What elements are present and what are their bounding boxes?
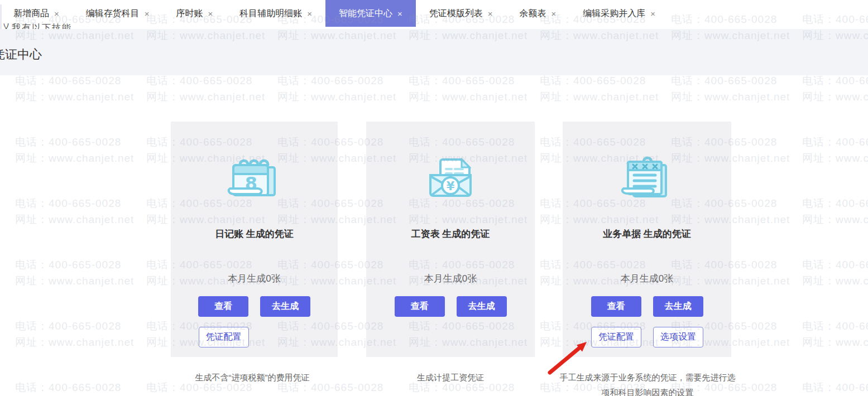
tab-close-icon[interactable]: × [650,9,655,18]
card-title: 日记账 生成的凭证 [171,228,338,240]
card-caption: 生成计提工资凭证 [361,370,540,385]
svg-text:¥: ¥ [447,180,455,193]
tab-bar: 新增商品×编辑存货科目×序时账×科目辅助明细账×智能凭证中心×凭证模版列表×余额… [0,0,868,27]
card-title: 业务单据 生成的凭证 [563,228,731,240]
voucher-config-button[interactable]: 凭证配置 [199,327,249,347]
watermark-text: 电话：400-665-0028网址：www.chanjet.net [146,73,265,105]
watermark-text: 电话：400-665-0028网址：www.chanjet.net [802,195,868,228]
tab-label: 编辑存货科目 [86,8,140,20]
business-doc-icon [563,154,731,201]
card-title: 工资表 生成的凭证 [366,228,535,240]
business-voucher-card: 业务单据 生成的凭证 本月生成0张 查看 去生成 凭证配置 选项设置 [563,122,731,357]
watermark-text: 电话：400-665-0028网址：www.chanjet.net [671,73,790,105]
tab-label: 序时账 [176,8,203,20]
calendar-icon: 8 [171,154,338,201]
tab-label: 余额表 [520,8,546,20]
tab-item-6[interactable]: 余额表× [506,0,570,27]
watermark-text: 电话：400-665-0028网址：www.chanjet.net [802,73,868,105]
watermark-text: 电话：400-665-0028网址：www.chanjet.net [15,257,134,289]
watermark-text: 电话：400-665-0028网址：www.chanjet.net [802,257,868,289]
watermark-text: 电话：400-665-0028网址：www.chanjet.net [15,195,134,228]
journal-voucher-card: 8 日记账 生成的凭证 本月生成0张 查看 去生成 凭证配置 [171,122,338,357]
tab-label: 编辑采购并入库 [583,8,645,20]
monthly-count: 本月生成0张 [366,272,535,285]
card-caption: 生成不含“进项税额”的费用凭证 [163,370,342,385]
monthly-count: 本月生成0张 [563,272,731,285]
view-button[interactable]: 查看 [395,296,445,317]
tab-item-3[interactable]: 科目辅助明细账× [226,0,325,27]
watermark-text: 电话：400-665-0028网址：www.chanjet.net [15,379,134,396]
tab-close-icon[interactable]: × [307,9,312,18]
view-button[interactable]: 查看 [198,296,248,317]
watermark-text: 电话：400-665-0028网址：www.chanjet.net [802,379,868,396]
tab-label: 新增商品 [13,8,49,20]
watermark-text: 电话：400-665-0028网址：www.chanjet.net [277,73,396,105]
voucher-center-page: 乂我有以下技能 凭证中心 新增商品×编辑存货科目×序时账×科目辅助明细账×智能凭… [0,0,868,396]
go-generate-button[interactable]: 去生成 [457,296,507,317]
tab-close-icon[interactable]: × [552,9,557,18]
tab-close-icon[interactable]: × [488,9,493,18]
voucher-config-button[interactable]: 凭证配置 [591,327,641,347]
title-band: 凭证中心 [0,29,868,75]
tab-item-7[interactable]: 编辑采购并入库× [569,0,669,27]
options-settings-button[interactable]: 选项设置 [653,327,703,347]
tab-item-5[interactable]: 凭证模版列表× [416,0,506,27]
watermark-text: 电话：400-665-0028网址：www.chanjet.net [540,73,659,105]
salary-envelope-icon: ¥ [366,154,535,201]
watermark-text: 电话：400-665-0028网址：www.chanjet.net [409,73,527,105]
monthly-count: 本月生成0张 [171,272,338,285]
view-button[interactable]: 查看 [591,296,641,317]
card-caption: 手工生成来源于业务系统的凭证，需要先进行选项和科目影响因素的设置 [558,370,737,396]
watermark-text: 电话：400-665-0028网址：www.chanjet.net [15,318,134,350]
tab-label: 科目辅助明细账 [239,8,302,20]
watermark-text: 电话：400-665-0028网址：www.chanjet.net [15,134,134,166]
tab-close-icon[interactable]: × [208,9,213,18]
left-edge-sliver [0,4,2,30]
watermark-text: 电话：400-665-0028网址：www.chanjet.net [802,134,868,166]
go-generate-button[interactable]: 去生成 [260,296,310,317]
salary-voucher-card: ¥ 工资表 生成的凭证 本月生成0张 查看 去生成 [366,122,535,357]
watermark-text: 电话：400-665-0028网址：www.chanjet.net [802,318,868,350]
watermark-text: 电话：400-665-0028网址：www.chanjet.net [15,73,134,105]
tab-label: 智能凭证中心 [339,8,392,20]
page-title: 凭证中心 [0,46,42,63]
tab-close-icon[interactable]: × [54,9,59,18]
tab-item-4[interactable]: 智能凭证中心× [325,0,416,27]
tab-label: 凭证模版列表 [429,8,483,20]
go-generate-button[interactable]: 去生成 [653,296,703,317]
tab-item-1[interactable]: 编辑存货科目× [73,0,163,27]
tab-close-icon[interactable]: × [397,9,402,18]
tab-item-2[interactable]: 序时账× [163,0,227,27]
tab-close-icon[interactable]: × [145,9,150,18]
